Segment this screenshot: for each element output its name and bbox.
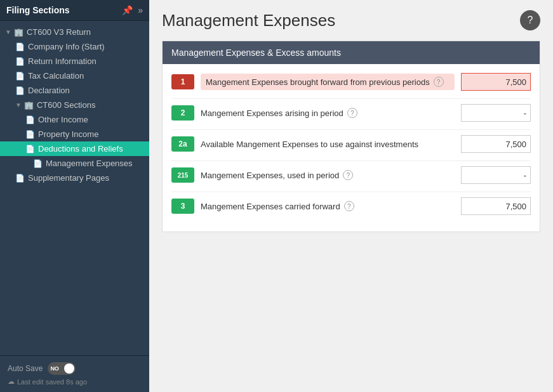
row-input-1[interactable] xyxy=(461,73,531,91)
main-content: Management Expenses ? Management Expense… xyxy=(149,0,553,392)
row-badge-215: 215 xyxy=(171,167,194,183)
autosave-label: Auto Save xyxy=(8,364,43,373)
section-title-bar: Management Expenses & Excess amounts xyxy=(163,41,540,64)
doc-icon: 📄 xyxy=(15,57,25,66)
doc-icon: 📄 xyxy=(15,42,25,51)
section-card: Management Expenses & Excess amounts 1 M… xyxy=(162,41,540,232)
doc-icon: 📄 xyxy=(25,145,35,154)
row-badge-2a: 2a xyxy=(171,136,194,152)
divider-3 xyxy=(171,160,531,161)
form-row-2a: 2a Available Mangement Expenses to use a… xyxy=(171,135,531,153)
divider-4 xyxy=(171,192,531,192)
pin-icon[interactable]: 📌 xyxy=(122,5,133,15)
doc-icon: 📄 xyxy=(15,174,25,183)
sidebar-item-label: Supplementary Pages xyxy=(28,173,109,183)
sidebar-item-supplementary-pages[interactable]: 📄 Supplementary Pages xyxy=(0,171,149,185)
doc-icon: 📄 xyxy=(25,115,35,124)
sidebar: Filing Sections 📌 » ▼ 🏢 CT600 V3 Return … xyxy=(0,0,149,392)
divider-2 xyxy=(171,129,531,130)
sidebar-item-label: Deductions and Reliefs xyxy=(38,144,123,154)
form-row-3: 3 Mangement Expenses carried forward ? xyxy=(171,197,531,215)
section-body: 1 Mangement Expenses brought forward fro… xyxy=(163,64,540,232)
sidebar-tree: ▼ 🏢 CT600 V3 Return 📄 Company Info (Star… xyxy=(0,21,149,355)
form-row-2: 2 Mangement Expenses arising in period ? xyxy=(171,104,531,122)
toggle-icon: ▼ xyxy=(15,101,22,108)
doc-icon: 📄 xyxy=(33,159,43,168)
sidebar-item-ct600-sections[interactable]: ▼ 🏢 CT600 Sections xyxy=(0,98,149,112)
divider-1 xyxy=(171,98,531,99)
last-edit-text: Last edit saved 8s ago xyxy=(17,378,87,386)
row-badge-3: 3 xyxy=(171,199,194,214)
sidebar-item-label: Other Income xyxy=(38,115,88,124)
row-label-215: Mangement Expenses, used in period ? xyxy=(201,170,455,180)
sidebar-footer: Auto Save NO ☁ Last edit saved 8s ago xyxy=(0,355,149,392)
row-badge-2: 2 xyxy=(171,105,194,121)
sidebar-item-label: Management Expenses xyxy=(46,159,133,168)
sidebar-item-label: CT600 V3 Return xyxy=(27,27,91,37)
expand-icon[interactable]: » xyxy=(138,5,143,15)
autosave-toggle[interactable]: NO xyxy=(48,362,76,375)
doc-icon: 📄 xyxy=(15,86,25,95)
autosave-row: Auto Save NO xyxy=(8,362,142,375)
sidebar-item-management-expenses[interactable]: 📄 Management Expenses xyxy=(0,156,149,171)
row-input-2a[interactable] xyxy=(461,135,531,153)
cloud-icon: ☁ xyxy=(8,377,15,386)
toggle-knob xyxy=(64,363,74,374)
sidebar-item-ct600-root[interactable]: ▼ 🏢 CT600 V3 Return xyxy=(0,25,149,39)
sidebar-item-other-income[interactable]: 📄 Other Income xyxy=(0,112,149,127)
sidebar-item-label: Declaration xyxy=(28,86,70,95)
row-input-215[interactable] xyxy=(461,166,531,184)
sidebar-item-declaration[interactable]: 📄 Declaration xyxy=(0,83,149,98)
sidebar-item-return-info[interactable]: 📄 Return Information xyxy=(0,54,149,69)
sidebar-item-company-info[interactable]: 📄 Company Info (Start) xyxy=(0,39,149,54)
sidebar-item-tax-calc[interactable]: 📄 Tax Calculation xyxy=(0,69,149,83)
form-row-215: 215 Mangement Expenses, used in period ? xyxy=(171,166,531,184)
sidebar-header-icons: 📌 » xyxy=(122,5,143,15)
last-edit: ☁ Last edit saved 8s ago xyxy=(8,377,142,386)
form-row-1: 1 Mangement Expenses brought forward fro… xyxy=(171,73,531,91)
help-icon-215[interactable]: ? xyxy=(343,170,353,180)
row-label-3: Mangement Expenses carried forward ? xyxy=(201,201,455,211)
row-input-2[interactable] xyxy=(461,104,531,122)
help-icon-2[interactable]: ? xyxy=(347,108,357,118)
help-icon-1[interactable]: ? xyxy=(434,77,444,87)
sidebar-item-label: Tax Calculation xyxy=(28,71,84,81)
tree-folder-icon: 🏢 xyxy=(14,28,23,37)
folder-icon: 🏢 xyxy=(24,101,34,110)
help-icon-3[interactable]: ? xyxy=(344,201,354,211)
toggle-icon: ▼ xyxy=(5,29,11,36)
sidebar-item-label: Return Information xyxy=(28,56,97,66)
sidebar-item-deductions-reliefs[interactable]: 📄 Deductions and Reliefs xyxy=(0,141,149,156)
row-badge-1: 1 xyxy=(171,74,194,89)
sidebar-item-label: CT600 Sections xyxy=(37,100,96,110)
row-label-2: Mangement Expenses arising in period ? xyxy=(201,108,455,118)
row-label-1: Mangement Expenses brought forward from … xyxy=(201,74,455,90)
page-header: Management Expenses ? xyxy=(162,10,540,30)
page-title: Management Expenses xyxy=(162,11,335,30)
doc-icon: 📄 xyxy=(15,72,25,81)
row-label-2a: Available Mangement Expenses to use agai… xyxy=(201,140,455,149)
doc-icon: 📄 xyxy=(25,130,35,139)
help-button[interactable]: ? xyxy=(520,10,540,30)
sidebar-item-property-income[interactable]: 📄 Property Income xyxy=(0,127,149,141)
sidebar-item-label: Company Info (Start) xyxy=(28,42,105,51)
row-input-3[interactable] xyxy=(461,197,531,215)
sidebar-title: Filing Sections xyxy=(6,5,70,15)
sidebar-item-label: Property Income xyxy=(38,129,98,139)
toggle-text: NO xyxy=(50,365,59,372)
sidebar-header: Filing Sections 📌 » xyxy=(0,0,149,21)
